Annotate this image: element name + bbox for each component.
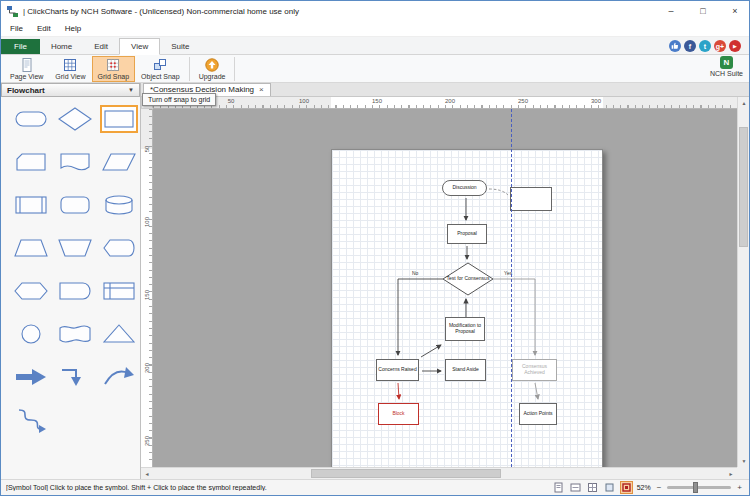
grid-snap-icon	[106, 58, 120, 72]
vertical-scroll-thumb[interactable]	[739, 127, 748, 247]
vertical-ruler: 50 100 150 200 250	[141, 109, 153, 467]
shape-database-cylinder[interactable]	[101, 192, 137, 218]
shape-elbow-arrow[interactable]	[57, 364, 93, 390]
shape-preparation-hexagon[interactable]	[13, 278, 49, 304]
shape-category-dropdown[interactable]: Flowchart ▼	[1, 83, 140, 97]
object-snap-button[interactable]: Object Snap	[135, 56, 186, 82]
upgrade-button[interactable]: Upgrade	[193, 56, 232, 82]
maximize-button[interactable]: □	[689, 1, 717, 21]
drawing-canvas[interactable]: Discussion Proposal Test for Consensus N…	[153, 109, 737, 467]
fit-page-icon[interactable]	[552, 481, 565, 494]
pan-tool-icon[interactable]	[603, 481, 616, 494]
page-view-button[interactable]: Page View	[4, 56, 49, 82]
like-icon[interactable]	[669, 40, 681, 52]
ruler-mark: 200	[144, 362, 150, 374]
ruler-mark: 300	[591, 98, 601, 104]
connector-layer	[332, 150, 604, 467]
zoom-slider-thumb[interactable]	[693, 482, 698, 493]
social-links: f t g+ ▶	[669, 40, 741, 52]
clickcharts-window: | ClickCharts by NCH Software - (Unlicen…	[0, 0, 750, 496]
tab-home[interactable]: Home	[40, 39, 83, 54]
scroll-up-icon[interactable]: ▲	[738, 97, 750, 109]
zoom-level[interactable]: 52%	[637, 484, 651, 491]
page-center-guide	[511, 109, 512, 467]
page-view-icon	[20, 58, 34, 72]
shape-document[interactable]	[57, 149, 93, 175]
facebook-icon[interactable]: f	[684, 40, 696, 52]
shape-s-connector[interactable]	[13, 407, 49, 433]
nch-suite-button[interactable]: N NCH Suite	[710, 56, 743, 77]
horizontal-scroll-thumb[interactable]	[311, 469, 501, 478]
node-proposal[interactable]: Proposal	[447, 224, 487, 244]
shape-rounded-rectangle[interactable]	[57, 192, 93, 218]
ruler-mark: 50	[228, 98, 235, 104]
node-action-points[interactable]: Action Points	[519, 403, 557, 425]
scrollbar-corner	[737, 467, 749, 479]
tab-edit[interactable]: Edit	[83, 39, 119, 54]
symbol-tool-icon[interactable]	[620, 481, 633, 494]
ruler-mark: 250	[144, 435, 150, 447]
shape-curved-arrow[interactable]	[101, 364, 137, 390]
work-area: *Consensus Decision Making × 0 50 100 15…	[141, 83, 749, 479]
node-modification[interactable]: Modification to Proposal	[445, 317, 485, 341]
tab-file[interactable]: File	[1, 39, 40, 54]
vertical-scrollbar[interactable]: ▲ ▼	[737, 97, 749, 467]
node-block[interactable]: Block	[378, 403, 419, 425]
zoom-out-button[interactable]: −	[655, 483, 664, 492]
shape-manual-operation[interactable]	[57, 235, 93, 261]
horizontal-scrollbar[interactable]: ◄ ►	[141, 467, 737, 479]
shape-grid	[1, 97, 140, 442]
window-title: | ClickCharts by NCH Software - (Unlicen…	[23, 7, 653, 16]
node-blank[interactable]	[510, 187, 552, 211]
tab-close-icon[interactable]: ×	[259, 85, 264, 94]
shape-delay[interactable]	[57, 278, 93, 304]
ruler-mark: 150	[144, 289, 150, 301]
actual-size-icon[interactable]	[586, 481, 599, 494]
shape-arrow-right[interactable]	[13, 364, 49, 390]
shape-predefined-process[interactable]	[13, 192, 49, 218]
close-button[interactable]: ×	[721, 1, 749, 21]
menu-file[interactable]: File	[3, 22, 30, 35]
grid-snap-button[interactable]: Grid Snap	[92, 56, 136, 82]
shape-triangle[interactable]	[101, 321, 137, 347]
chevron-down-icon: ▼	[128, 87, 134, 93]
upgrade-icon	[205, 58, 219, 72]
titlebar: | ClickCharts by NCH Software - (Unlicen…	[1, 1, 749, 21]
twitter-icon[interactable]: t	[699, 40, 711, 52]
document-tab-bar: *Consensus Decision Making ×	[141, 83, 749, 97]
zoom-slider[interactable]	[667, 486, 731, 489]
shape-card[interactable]	[13, 149, 49, 175]
node-consensus-achieved[interactable]: Consensus Achieved	[512, 359, 557, 381]
node-discussion[interactable]: Discussion	[442, 180, 487, 196]
fit-width-icon[interactable]	[569, 481, 582, 494]
shape-trapezoid[interactable]	[13, 235, 49, 261]
shape-parallelogram[interactable]	[101, 149, 137, 175]
zoom-in-button[interactable]: +	[735, 483, 744, 492]
tab-suite[interactable]: Suite	[160, 39, 200, 54]
ruler-mark: 200	[445, 98, 455, 104]
node-test-for-consensus[interactable]: Test for Consensus	[443, 263, 493, 295]
google-plus-icon[interactable]: g+	[714, 40, 726, 52]
grid-view-button[interactable]: Grid View	[49, 56, 91, 82]
menu-edit[interactable]: Edit	[30, 22, 58, 35]
shape-decision[interactable]	[57, 106, 93, 132]
shape-internal-storage[interactable]	[101, 278, 137, 304]
menu-help[interactable]: Help	[58, 22, 88, 35]
node-concerns-raised[interactable]: Concerns Raised	[376, 359, 419, 381]
document-page[interactable]: Discussion Proposal Test for Consensus N…	[331, 149, 603, 467]
shape-display[interactable]	[101, 235, 137, 261]
grid-view-icon	[63, 58, 77, 72]
grid-snap-tooltip: Turn off snap to grid	[142, 93, 216, 106]
node-stand-aside[interactable]: Stand Aside	[445, 359, 486, 381]
statusbar: [Symbol Tool] Click to place the symbol.…	[1, 479, 749, 495]
shape-tape[interactable]	[57, 321, 93, 347]
status-message: [Symbol Tool] Click to place the symbol.…	[6, 484, 548, 491]
scroll-down-icon[interactable]: ▼	[738, 455, 750, 467]
youtube-icon[interactable]: ▶	[729, 40, 741, 52]
shape-process-selected[interactable]	[101, 106, 137, 132]
shape-terminator[interactable]	[13, 106, 49, 132]
view-toolbar: Page View Grid View Grid Snap	[1, 55, 749, 83]
shape-connector-circle[interactable]	[13, 321, 49, 347]
minimize-button[interactable]: –	[657, 1, 685, 21]
tab-view[interactable]: View	[119, 38, 160, 55]
